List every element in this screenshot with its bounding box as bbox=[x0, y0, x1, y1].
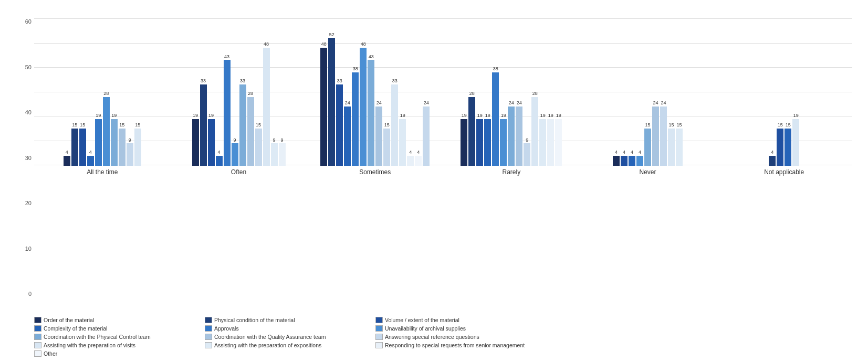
legend-color-box bbox=[375, 334, 383, 340]
bar-wrapper: 15 bbox=[255, 18, 262, 166]
bar-label: 28 bbox=[103, 91, 109, 97]
bar-label: 9 bbox=[129, 138, 131, 143]
y-axis: 6050403020100 bbox=[16, 18, 34, 313]
bar-wrapper: 19 bbox=[461, 18, 467, 166]
bar-label: 4 bbox=[771, 150, 773, 155]
legend-item: Unavailability of archival supplies bbox=[375, 325, 533, 332]
bar-wrapper: 4 bbox=[407, 18, 414, 166]
bar-wrapper: 24 bbox=[652, 18, 659, 166]
legend-item: Volume / extent of the material bbox=[375, 317, 533, 323]
legend-color-box bbox=[375, 325, 383, 332]
bar-label: 4 bbox=[89, 150, 92, 155]
bar-wrapper: 15 bbox=[71, 18, 78, 166]
bar bbox=[476, 119, 483, 166]
bar-wrapper: 4 bbox=[613, 18, 620, 166]
legend-label: Order of the material bbox=[44, 317, 94, 323]
bar-wrapper: 4 bbox=[216, 18, 223, 166]
bar-label: 48 bbox=[321, 42, 327, 47]
bar-group: 1928191938192424928191919 bbox=[443, 18, 580, 166]
legend-color-box bbox=[375, 342, 383, 348]
bar-wrapper: 19 bbox=[111, 18, 118, 166]
bar-wrapper: 19 bbox=[484, 18, 491, 166]
bar-wrapper: 48 bbox=[320, 18, 327, 166]
bar bbox=[279, 143, 286, 165]
bar-wrapper: 19 bbox=[208, 18, 215, 166]
bar bbox=[320, 48, 327, 165]
x-axis-label: Often bbox=[171, 166, 307, 313]
bar-label: 15 bbox=[256, 123, 261, 128]
bar-label: 24 bbox=[345, 101, 350, 106]
y-axis-label: 20 bbox=[25, 200, 32, 206]
y-axis-label: 10 bbox=[25, 246, 32, 252]
bar-label: 24 bbox=[509, 101, 514, 106]
x-axis-labels: All the timeOftenSometimesRarelyNeverNot… bbox=[34, 166, 852, 313]
bar bbox=[328, 38, 335, 165]
bar-label: 15 bbox=[80, 123, 85, 128]
bar bbox=[271, 143, 278, 165]
bar bbox=[621, 156, 628, 166]
x-axis-label: Rarely bbox=[443, 166, 580, 313]
bar-wrapper: 24 bbox=[344, 18, 351, 166]
legend-color-box bbox=[205, 342, 212, 348]
legend-color-box bbox=[205, 317, 212, 323]
x-axis-label: Not applicable bbox=[716, 166, 852, 313]
y-axis-label: 0 bbox=[28, 291, 32, 297]
bar bbox=[468, 97, 475, 166]
bar-group: 41515419281915915 bbox=[34, 18, 171, 166]
bar-wrapper: 19 bbox=[539, 18, 546, 166]
bar bbox=[336, 84, 343, 165]
bar-wrapper: 28 bbox=[247, 18, 254, 166]
bar bbox=[407, 156, 414, 166]
bar-label: 4 bbox=[409, 150, 412, 155]
bar bbox=[492, 72, 499, 166]
bar bbox=[423, 107, 430, 165]
bar-wrapper: 4 bbox=[636, 18, 643, 166]
bar-wrapper: 28 bbox=[468, 18, 475, 166]
bar-label: 15 bbox=[786, 123, 791, 128]
bar bbox=[539, 119, 546, 166]
bar-group: 48523324384843241533194424 bbox=[307, 18, 443, 166]
bar-wrapper: 4 bbox=[629, 18, 635, 166]
bar-group: 44441524241515 bbox=[580, 18, 716, 166]
bar-label: 28 bbox=[248, 91, 253, 97]
bar bbox=[644, 129, 651, 165]
bar bbox=[769, 156, 776, 166]
legend-item: Order of the material bbox=[34, 317, 192, 323]
bar-wrapper: 4 bbox=[621, 18, 628, 166]
legend-item: Approvals bbox=[205, 325, 362, 332]
bar bbox=[263, 48, 270, 165]
legend-label: Approvals bbox=[214, 325, 239, 332]
legend-item: Physical condition of the material bbox=[205, 317, 362, 323]
bar-wrapper: 9 bbox=[127, 18, 133, 166]
bar bbox=[352, 72, 359, 166]
bar-wrapper: 19 bbox=[555, 18, 562, 166]
bar-wrapper: 15 bbox=[119, 18, 126, 166]
bar-label: 15 bbox=[669, 123, 674, 128]
x-axis-label: Never bbox=[580, 166, 716, 313]
bar-label: 19 bbox=[485, 113, 490, 119]
bar-wrapper: 33 bbox=[239, 18, 246, 166]
legend-row: Coordination with the Physical Control t… bbox=[34, 334, 852, 340]
bar bbox=[255, 129, 262, 165]
bar-wrapper: 15 bbox=[676, 18, 683, 166]
bar-wrapper: 15 bbox=[644, 18, 651, 166]
bar-label: 4 bbox=[417, 150, 420, 155]
legend-item: Coordination with the Quality Assurance … bbox=[205, 334, 362, 340]
bar-wrapper: 38 bbox=[352, 18, 359, 166]
legend-label: Assisting with the preparation of exposi… bbox=[214, 342, 321, 348]
bar-wrapper: 9 bbox=[279, 18, 286, 166]
bar bbox=[239, 84, 246, 165]
bar-wrapper: 19 bbox=[792, 18, 799, 166]
bar-wrapper: 38 bbox=[492, 18, 499, 166]
legend-color-box bbox=[34, 317, 41, 323]
bar bbox=[399, 119, 406, 166]
bar-label: 19 bbox=[793, 113, 799, 119]
bar-wrapper: 19 bbox=[476, 18, 483, 166]
bar-label: 19 bbox=[193, 113, 198, 119]
bar bbox=[111, 119, 118, 166]
bar-wrapper: 33 bbox=[200, 18, 207, 166]
bar bbox=[87, 156, 94, 166]
bar-label: 43 bbox=[369, 55, 374, 60]
legend-item: Assisting with the preparation of exposi… bbox=[205, 342, 362, 348]
bar-label: 15 bbox=[119, 123, 124, 128]
